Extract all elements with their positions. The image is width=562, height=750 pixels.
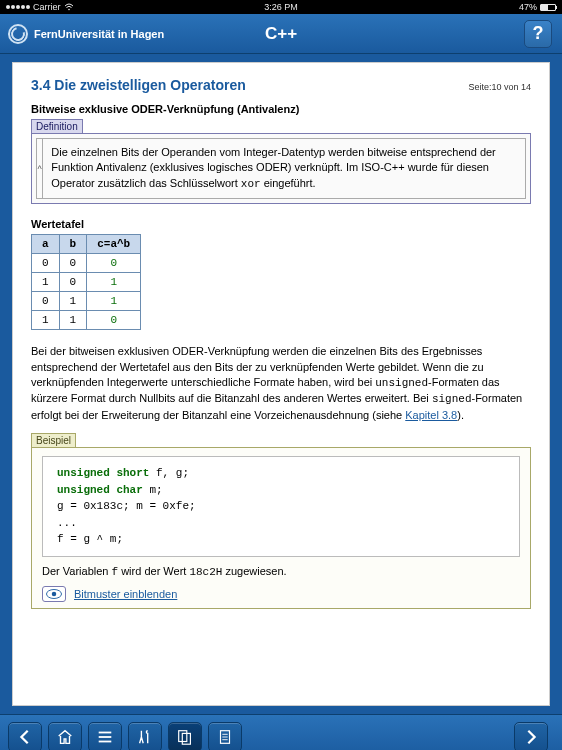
th-a: a bbox=[32, 235, 60, 254]
clock: 3:26 PM bbox=[264, 2, 298, 12]
battery-percent: 47% bbox=[519, 2, 537, 12]
example-label: Beispiel bbox=[31, 433, 76, 447]
page-title: C++ bbox=[265, 24, 297, 44]
svg-point-0 bbox=[68, 9, 70, 11]
contents-button[interactable] bbox=[88, 722, 122, 751]
pages-button[interactable] bbox=[168, 722, 202, 751]
th-b: b bbox=[59, 235, 87, 254]
table-row: 011 bbox=[32, 292, 141, 311]
page-indicator: Seite:10 von 14 bbox=[468, 82, 531, 92]
th-c: c=a^b bbox=[87, 235, 141, 254]
eye-icon bbox=[42, 586, 66, 602]
table-row: 000 bbox=[32, 254, 141, 273]
chapter-link[interactable]: Kapitel 3.8 bbox=[405, 409, 457, 421]
tools-button[interactable] bbox=[128, 722, 162, 751]
battery-icon bbox=[540, 4, 556, 11]
status-bar: Carrier 3:26 PM 47% bbox=[0, 0, 562, 14]
home-button[interactable] bbox=[48, 722, 82, 751]
bottom-toolbar bbox=[0, 714, 562, 750]
svg-point-2 bbox=[52, 591, 57, 596]
example-block: Beispiel unsigned short f, g; unsigned c… bbox=[31, 433, 531, 609]
signal-icon bbox=[6, 5, 30, 9]
truth-table-heading: Wertetafel bbox=[31, 218, 531, 230]
definition-text: Die einzelnen Bits der Operanden vom Int… bbox=[43, 139, 525, 198]
definition-block: Definition ^ Die einzelnen Bits der Oper… bbox=[31, 119, 531, 204]
table-row: 110 bbox=[32, 311, 141, 330]
show-bitpattern-link[interactable]: Bitmuster einblenden bbox=[74, 588, 177, 600]
svg-rect-5 bbox=[99, 740, 112, 742]
app-header: FernUniversität in Hagen C++ ? bbox=[0, 14, 562, 54]
help-button[interactable]: ? bbox=[524, 20, 552, 48]
section-title: 3.4 Die zweistelligen Operatoren bbox=[31, 77, 246, 93]
brand-label: FernUniversität in Hagen bbox=[34, 28, 164, 40]
table-row: 101 bbox=[32, 273, 141, 292]
prev-button[interactable] bbox=[8, 722, 42, 751]
document-content: 3.4 Die zweistelligen Operatoren Seite:1… bbox=[12, 62, 550, 706]
logo-icon bbox=[8, 24, 28, 44]
carrier-label: Carrier bbox=[33, 2, 61, 12]
wifi-icon bbox=[64, 3, 74, 11]
brand: FernUniversität in Hagen bbox=[0, 24, 164, 44]
subsection-title: Bitweise exklusive ODER-Verknüpfung (Ant… bbox=[31, 103, 531, 115]
svg-rect-4 bbox=[99, 736, 112, 738]
document-button[interactable] bbox=[208, 722, 242, 751]
explanation-paragraph: Bei der bitweisen exklusiven ODER-Verknü… bbox=[31, 344, 531, 423]
truth-table: a b c=a^b 000 101 011 110 bbox=[31, 234, 141, 330]
code-sample: unsigned short f, g; unsigned char m; g … bbox=[42, 456, 520, 557]
next-button[interactable] bbox=[514, 722, 548, 751]
example-note: Der Variablen f wird der Wert 18c2H zuge… bbox=[32, 565, 530, 582]
svg-rect-3 bbox=[99, 731, 112, 733]
definition-label: Definition bbox=[31, 119, 83, 133]
